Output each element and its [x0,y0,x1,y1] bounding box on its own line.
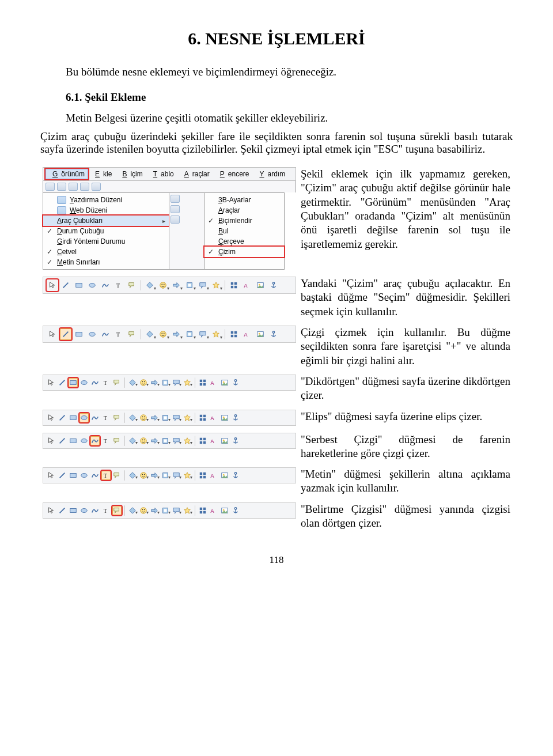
from-file-icon[interactable] [220,378,229,387]
flowchart-icon[interactable] [161,471,170,480]
extrusion-icon[interactable] [231,471,240,480]
pointer-icon[interactable] [47,328,58,340]
symbol-shapes-icon[interactable] [157,328,169,340]
symbol-shapes-icon[interactable] [139,506,148,515]
fontwork-icon[interactable]: A [241,279,253,291]
fontwork-icon[interactable]: A [241,328,253,340]
menubar-item[interactable]: Biçim [115,169,146,179]
block-arrows-icon[interactable] [150,436,159,445]
block-arrows-icon[interactable] [150,506,159,515]
basic-shapes-icon[interactable] [128,506,137,515]
stars-icon[interactable] [183,506,192,515]
callout-icon[interactable] [112,506,122,515]
menu-item[interactable]: Yazdırma Düzeni [43,195,169,205]
extrusion-icon[interactable] [231,506,240,515]
ellipse-icon[interactable] [79,413,89,422]
extrusion-icon[interactable] [231,436,240,445]
stars-icon[interactable] [210,328,222,340]
symbol-shapes-icon[interactable] [157,279,169,291]
menu-item[interactable]: ✓Metin Sınırları [43,257,169,267]
basic-shapes-icon[interactable] [128,378,137,387]
callouts-icon[interactable] [172,436,181,445]
symbol-shapes-icon[interactable] [139,378,148,387]
block-arrows-icon[interactable] [150,378,159,387]
flowchart-icon[interactable] [161,436,170,445]
points-icon[interactable] [198,378,207,387]
rectangle-icon[interactable] [69,506,78,515]
ellipse-icon[interactable] [79,436,89,445]
menu-item[interactable]: Girdi Yöntemi Durumu [43,236,169,247]
freeform-icon[interactable] [90,413,100,422]
pointer-icon[interactable] [47,471,56,480]
callouts-icon[interactable] [197,328,209,340]
submenu-item[interactable]: Çerçeve [204,236,284,247]
line-icon[interactable] [60,328,71,340]
menubar-item[interactable]: Pencere [213,169,253,179]
submenu-item[interactable]: ✓Çizim [204,247,284,257]
menu-item[interactable]: Araç Çubukları▸ [43,216,169,226]
symbol-shapes-icon[interactable] [139,436,148,445]
freeform-icon[interactable] [100,328,111,340]
points-icon[interactable] [228,279,240,291]
callouts-icon[interactable] [172,471,181,480]
line-icon[interactable] [58,506,67,515]
menubar-item[interactable]: Tablo [146,169,177,179]
line-icon[interactable] [58,413,67,422]
extrusion-icon[interactable] [231,378,240,387]
freeform-icon[interactable] [90,506,100,515]
line-icon[interactable] [58,378,67,387]
pointer-icon[interactable] [47,506,56,515]
stars-icon[interactable] [183,436,192,445]
text-icon[interactable]: T [101,378,111,387]
basic-shapes-icon[interactable] [144,279,156,291]
extrusion-icon[interactable] [268,279,279,291]
extrusion-icon[interactable] [231,413,240,422]
rectangle-icon[interactable] [69,471,78,480]
ellipse-icon[interactable] [79,378,89,387]
block-arrows-icon[interactable] [150,471,159,480]
points-icon[interactable] [228,328,240,340]
line-icon[interactable] [60,279,71,291]
extrusion-icon[interactable] [268,328,279,340]
pointer-icon[interactable] [47,413,56,422]
text-icon[interactable]: T [101,471,111,480]
stars-icon[interactable] [183,471,192,480]
from-file-icon[interactable] [220,471,229,480]
from-file-icon[interactable] [220,506,229,515]
text-icon[interactable]: T [101,436,111,445]
callout-icon[interactable] [112,436,122,445]
menu-item[interactable]: Web Düzeni [43,205,169,216]
pointer-icon[interactable] [47,436,56,445]
points-icon[interactable] [198,436,207,445]
rectangle-icon[interactable] [73,328,85,340]
ellipse-icon[interactable] [79,471,89,480]
menubar-item[interactable]: Araçlar [177,169,213,179]
text-icon[interactable]: T [101,413,111,422]
freeform-icon[interactable] [90,471,100,480]
points-icon[interactable] [198,471,207,480]
rectangle-icon[interactable] [69,436,78,445]
points-icon[interactable] [198,413,207,422]
fontwork-icon[interactable]: A [209,471,218,480]
ellipse-icon[interactable] [79,506,89,515]
points-icon[interactable] [198,506,207,515]
callouts-icon[interactable] [197,279,209,291]
line-icon[interactable] [58,471,67,480]
basic-shapes-icon[interactable] [144,328,156,340]
callout-icon[interactable] [126,279,138,291]
line-icon[interactable] [58,436,67,445]
stars-icon[interactable] [183,413,192,422]
from-file-icon[interactable] [255,279,266,291]
freeform-icon[interactable] [90,378,100,387]
block-arrows-icon[interactable] [171,279,182,291]
text-icon[interactable]: T [101,506,111,515]
ellipse-icon[interactable] [86,328,98,340]
from-file-icon[interactable] [220,413,229,422]
callouts-icon[interactable] [172,378,181,387]
text-icon[interactable]: T [113,279,124,291]
callouts-icon[interactable] [172,413,181,422]
basic-shapes-icon[interactable] [128,413,137,422]
submenu-item[interactable]: Araçlar [204,205,284,216]
ellipse-icon[interactable] [86,279,98,291]
flowchart-icon[interactable] [161,413,170,422]
